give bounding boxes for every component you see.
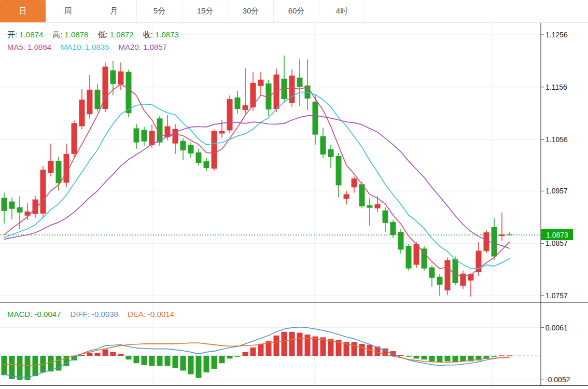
candle-body xyxy=(64,154,69,183)
macd-legend: MACD: -0.0047DIFF: -0.0038DEA: -0.0014 xyxy=(7,310,184,318)
macd-bar xyxy=(126,356,132,359)
macd-bar xyxy=(305,335,311,356)
ohlc-item: 高: 1.0878 xyxy=(52,30,88,39)
tab-5分[interactable]: 5分 xyxy=(137,0,183,22)
macd-bar xyxy=(235,356,241,357)
candle-body xyxy=(134,128,139,142)
candle-body xyxy=(173,129,178,143)
candle-body xyxy=(87,90,93,114)
price-tick-label: 1.0857 xyxy=(545,239,568,247)
macd-bar xyxy=(243,352,248,356)
macd-bar xyxy=(25,356,31,380)
candle-body xyxy=(437,277,443,285)
candle-body xyxy=(235,98,241,109)
macd-bar xyxy=(196,356,202,378)
macd-bar xyxy=(274,336,279,356)
tab-15分[interactable]: 15分 xyxy=(183,0,228,22)
macd-bar xyxy=(87,353,93,356)
candle-body xyxy=(2,198,7,211)
macd-bar xyxy=(219,356,225,363)
macd-bar xyxy=(289,332,295,356)
macd-bar xyxy=(250,348,256,356)
macd-bar xyxy=(165,356,171,366)
macd-bar xyxy=(359,344,365,356)
candle-body xyxy=(110,71,116,84)
macd-bar xyxy=(492,356,497,357)
candle-body xyxy=(375,204,381,209)
candle-body xyxy=(367,205,373,208)
macd-bar xyxy=(33,356,38,376)
macd-bar xyxy=(118,354,124,356)
macd-bar xyxy=(142,356,147,365)
candle-body xyxy=(484,232,489,251)
current-price-badge: 1.0873 xyxy=(541,229,573,240)
candle-body xyxy=(204,161,209,168)
candle-body xyxy=(95,90,101,109)
tab-60分[interactable]: 60分 xyxy=(274,0,319,22)
macd-bar xyxy=(110,352,116,356)
macd-bar xyxy=(134,356,139,363)
macd-bar xyxy=(297,333,303,356)
candle-body xyxy=(212,131,217,169)
macd-bar xyxy=(499,355,505,356)
candle-body xyxy=(328,149,334,157)
macd-bar xyxy=(188,356,194,374)
candle-body xyxy=(227,99,233,130)
tab-月[interactable]: 月 xyxy=(91,0,137,22)
ma-item: MA5: 1.0864 xyxy=(7,43,51,51)
ma-legend: MA5: 1.0864MA10: 1.0835MA20: 1.0857 xyxy=(7,43,176,51)
macd-bar xyxy=(352,342,357,356)
candle-body xyxy=(40,170,46,214)
candle-body xyxy=(289,76,295,103)
ma20-line xyxy=(4,115,510,248)
kline-app: 日周月5分15分30分60分4时 开: 1.0874高: 1.0878低: 1.… xyxy=(0,0,588,389)
candle-body xyxy=(492,227,497,256)
tab-日[interactable]: 日 xyxy=(0,0,46,22)
macd-bar xyxy=(398,355,404,356)
tab-4时[interactable]: 4时 xyxy=(319,0,365,22)
macd-bar xyxy=(180,356,186,370)
candle-body xyxy=(445,260,451,290)
price-tick-label: 1.1256 xyxy=(545,31,568,39)
tab-周[interactable]: 周 xyxy=(46,0,91,22)
candle-body xyxy=(422,248,427,268)
candle-body xyxy=(48,161,54,173)
macd-bar xyxy=(149,356,155,366)
ohlc-legend: 开: 1.0874高: 1.0878低: 1.0872收: 1.0873 xyxy=(7,30,188,40)
candle-body xyxy=(196,152,202,163)
macd-bar xyxy=(429,356,435,362)
diff-line xyxy=(4,327,510,378)
ohlc-item: 低: 1.0872 xyxy=(97,30,133,39)
candle-body xyxy=(383,211,388,223)
candle-body xyxy=(126,72,132,114)
ma-item: MA20: 1.0857 xyxy=(118,43,166,51)
candle-body xyxy=(320,136,326,155)
candle-body xyxy=(344,194,349,199)
candle-body xyxy=(72,123,77,154)
price-tick-label: 1.1056 xyxy=(545,135,568,144)
macd-bar xyxy=(204,356,209,372)
candle-body xyxy=(499,234,505,236)
candle-body xyxy=(414,244,419,265)
candle-body xyxy=(258,80,264,86)
candle-body xyxy=(313,102,318,135)
candle-body xyxy=(336,156,342,185)
macd-bar xyxy=(173,356,178,368)
candle-body xyxy=(429,268,435,278)
tab-30分[interactable]: 30分 xyxy=(228,0,274,22)
candle-body xyxy=(297,78,303,87)
macd-bar xyxy=(212,356,217,369)
candle-body xyxy=(352,178,357,187)
ohlc-item: 收: 1.0873 xyxy=(143,30,179,39)
macd-item: MACD: -0.0047 xyxy=(7,310,61,318)
macd-bar xyxy=(282,332,287,356)
macd-tick-label: 0.0061 xyxy=(545,324,568,332)
macd-item: DIFF: -0.0038 xyxy=(70,310,118,318)
price-tick-label: 1.0957 xyxy=(545,187,568,195)
candle-body xyxy=(453,259,458,283)
candle-body xyxy=(142,130,147,141)
candle-body xyxy=(188,145,194,154)
macd-tick-label: -0.0052 xyxy=(545,376,570,384)
ma-item: MA10: 1.0835 xyxy=(61,43,109,51)
macd-bar xyxy=(157,356,163,366)
